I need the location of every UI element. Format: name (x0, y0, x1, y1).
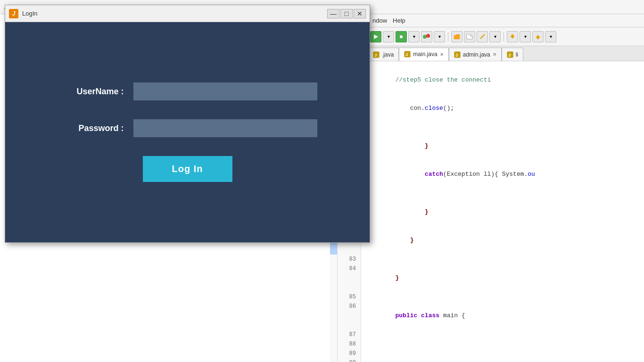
tab-admin-java-close[interactable]: ✕ (493, 52, 496, 57)
code-line-89: 89 (330, 349, 644, 358)
code-line-step5: //step5 close the connecti (330, 66, 644, 94)
line-content: //step5 close the connecti (361, 66, 491, 94)
password-row: Password : (58, 119, 317, 137)
line-content-90 (361, 358, 370, 362)
svg-marker-0 (374, 34, 378, 39)
toolbar-sep-2 (504, 32, 504, 41)
line-content-84: } (361, 264, 399, 292)
gutter (330, 302, 338, 330)
code-line-83: 83 (330, 255, 644, 264)
gutter (330, 358, 338, 362)
password-label: Password : (58, 123, 124, 133)
dialog-controls: — □ ✕ (327, 9, 366, 18)
close-icon: ✕ (357, 10, 363, 17)
dialog-close-button[interactable]: ✕ (354, 9, 366, 18)
line-content-85 (361, 292, 370, 302)
run-button[interactable] (370, 31, 381, 42)
eclipse-toolbar: ▾ ▾ ▾ ▾ ▾ (368, 27, 644, 46)
line-content-83 (361, 255, 370, 264)
login-dialog: J LogIn — □ ✕ UserName : Password : L (5, 5, 370, 243)
dialog-maximize-button[interactable]: □ (340, 9, 353, 18)
code-line-87: 87 (330, 330, 644, 339)
tab-java[interactable]: J .java (368, 48, 399, 61)
code-line-90: 90 (330, 358, 644, 362)
svg-text:J: J (455, 53, 458, 58)
line-content-88 (361, 339, 370, 349)
gutter (330, 255, 338, 264)
code-line-brace1: } (330, 132, 644, 160)
dialog-body: UserName : Password : Log In (5, 22, 370, 242)
dialog-java-icon: J (9, 9, 18, 18)
download-button[interactable] (507, 31, 518, 42)
eclipse-tabs: J .java J main.java ✕ J admin.java ✕ J l… (368, 46, 644, 61)
dialog-minimize-button[interactable]: — (327, 9, 339, 18)
svg-text:J: J (374, 53, 377, 58)
line-num-87: 87 (338, 330, 361, 339)
open-file-button[interactable] (464, 31, 475, 42)
svg-rect-7 (512, 34, 513, 36)
tab-admin-java[interactable]: J admin.java ✕ (449, 48, 502, 61)
username-label: UserName : (58, 87, 124, 97)
code-line-catch: catch(Exception ll){ System.ou (330, 160, 644, 189)
tab-admin-java-label: admin.java (463, 51, 490, 58)
dialog-icon-label: J (12, 10, 16, 17)
line-content-89 (361, 349, 370, 358)
dropdown-arrow-5[interactable]: ▾ (520, 31, 531, 42)
code-line-85: 85 (330, 292, 644, 302)
username-input[interactable] (133, 82, 317, 100)
code-line-82: 82 } (330, 226, 644, 255)
svg-text:J: J (508, 53, 511, 58)
upload-button[interactable] (532, 31, 544, 42)
menu-help[interactable]: Help (393, 17, 405, 24)
line-num-85: 85 (338, 292, 361, 302)
code-line-84: 84 } (330, 264, 644, 292)
line-content: } (361, 132, 429, 160)
dropdown-arrow-3[interactable]: ▾ (434, 31, 445, 42)
menu-window[interactable]: ndow (372, 17, 387, 24)
line-content: catch(Exception ll){ System.ou (361, 160, 535, 189)
tab-main-java-label: main.java (413, 51, 437, 58)
open-folder-button[interactable] (451, 31, 462, 42)
line-num-89: 89 (338, 349, 361, 358)
login-button[interactable]: Log In (143, 156, 232, 182)
dropdown-arrow-2[interactable]: ▾ (408, 31, 420, 42)
tab-li[interactable]: J li (502, 48, 523, 61)
gutter (330, 339, 338, 349)
code-line-blank2 (330, 189, 644, 198)
line-num-86: 86 (338, 302, 361, 330)
svg-point-5 (483, 34, 485, 36)
svg-point-2 (423, 35, 427, 39)
code-line-brace2: } (330, 198, 644, 226)
tab-java-label: .java (382, 51, 394, 58)
password-input[interactable] (133, 119, 317, 137)
toolbar-sep-1 (448, 32, 448, 41)
line-num-83: 83 (338, 255, 361, 264)
svg-rect-9 (537, 37, 539, 39)
gutter (330, 349, 338, 358)
maximize-icon: □ (345, 10, 348, 17)
profile-button[interactable] (421, 31, 432, 42)
dropdown-arrow-4[interactable]: ▾ (489, 31, 501, 42)
line-content: } (361, 198, 429, 226)
debug-button[interactable] (396, 31, 407, 42)
dialog-titlebar: J LogIn — □ ✕ (5, 5, 370, 22)
line-num-84: 84 (338, 264, 361, 292)
gutter (330, 330, 338, 339)
dropdown-arrow-6[interactable]: ▾ (545, 31, 556, 42)
svg-point-1 (399, 35, 403, 39)
dialog-title: LogIn (22, 10, 323, 17)
minimize-icon: — (330, 10, 337, 17)
tab-main-java[interactable]: J main.java ✕ (399, 48, 448, 61)
code-line-88: 88 (330, 339, 644, 349)
eclipse-code-area: //step5 close the connecti con.close(); … (330, 61, 644, 362)
code-line-86: 86 public class main { (330, 302, 644, 330)
wand-button[interactable] (477, 31, 488, 42)
tab-main-java-close[interactable]: ✕ (440, 52, 444, 57)
dropdown-arrow-1[interactable]: ▾ (383, 31, 394, 42)
svg-text:J: J (405, 52, 408, 57)
gutter (330, 264, 338, 292)
line-num-90: 90 (338, 358, 361, 362)
line-num-88: 88 (338, 339, 361, 349)
code-content: //step5 close the connecti con.close(); … (330, 61, 644, 362)
username-row: UserName : (58, 82, 317, 100)
